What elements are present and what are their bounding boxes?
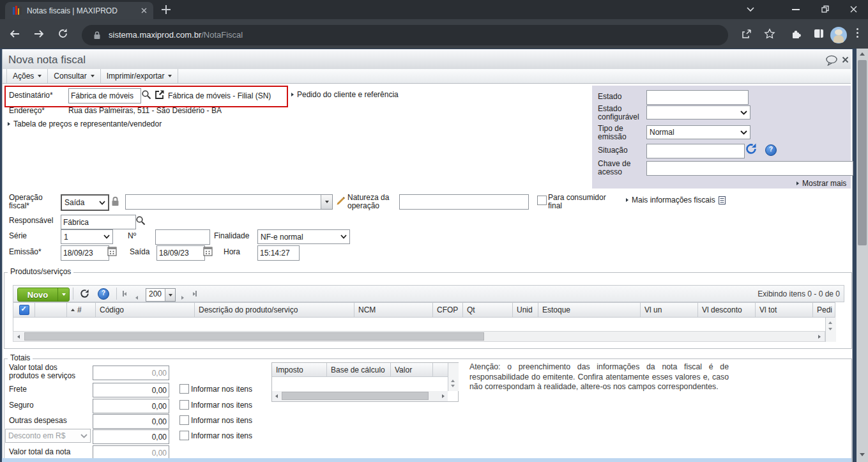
edit-pencil-icon[interactable] [336,196,346,206]
operacao-fiscal-combobox[interactable] [125,194,333,210]
scrollbar-thumb[interactable] [282,392,429,400]
seguro-input[interactable] [93,399,169,413]
imposto-vertical-scrollbar[interactable] [448,363,459,391]
tabela-precos-link[interactable]: Tabela de preços e representante/vendedo… [8,119,162,128]
seguro-informar-checkbox[interactable] [179,400,189,410]
column-unid[interactable]: Unid [513,303,538,317]
dialog-close-icon[interactable] [842,56,849,63]
outras-despesas-input[interactable] [93,414,169,429]
finalidade-select[interactable]: NF-e normal [257,229,350,244]
frete-input[interactable] [93,383,169,397]
share-icon[interactable] [741,29,752,39]
frete-informar-checkbox[interactable] [179,384,189,394]
calendar-icon[interactable] [107,246,117,256]
mostrar-mais-link[interactable]: Mostrar mais [796,179,846,188]
column-base-calculo[interactable]: Base de cálculo [327,363,391,376]
scrollbar-thumb[interactable] [24,332,484,341]
column-valor[interactable]: Valor [391,363,433,376]
novo-dropdown-button[interactable] [57,288,69,301]
select-all-column[interactable] [13,303,35,317]
pedido-cliente-link[interactable]: Pedido do cliente e referência [291,90,399,99]
imposto-horizontal-scrollbar[interactable] [272,391,448,401]
emissao-input[interactable] [61,245,109,261]
column-ncm[interactable]: NCM [354,303,433,317]
operacao-tipo-select[interactable]: Saída [61,194,109,211]
select-all-checkbox[interactable] [19,305,29,315]
column-descricao[interactable]: Descrição do produto/serviço [195,303,354,317]
window-restore-button[interactable] [820,4,830,14]
grid-horizontal-scrollbar[interactable] [13,331,825,342]
new-tab-button[interactable] [162,5,171,14]
column-codigo[interactable]: Código [96,303,195,317]
chave-acesso-input[interactable] [646,161,853,176]
column-pedido[interactable]: Pedi [813,303,835,317]
column-cfop[interactable]: CFOP [433,303,463,317]
menu-acoes[interactable]: Ações [6,69,48,83]
back-icon[interactable] [9,29,20,39]
window-close-button[interactable] [849,5,858,13]
page-first-button[interactable] [123,291,126,296]
mais-informacoes-link[interactable]: Mais informações fiscais [626,196,726,204]
tipo-emissao-select[interactable]: Normal [646,125,750,139]
scroll-right-button[interactable] [439,391,448,401]
column-vl-tot[interactable]: Vl tot [756,303,813,317]
column-vl-desconto[interactable]: Vl desconto [698,303,756,317]
saida-input[interactable] [156,245,205,261]
estado-configuravel-select[interactable] [646,105,750,119]
combo-dropdown-button[interactable] [165,289,175,301]
profile-avatar[interactable] [830,27,847,43]
help-icon[interactable] [98,288,109,300]
column-qt[interactable]: Qt [463,303,513,317]
refresh-grid-icon[interactable] [79,288,90,299]
extensions-puzzle-icon[interactable] [791,28,802,39]
menu-imprimir-exportar[interactable]: Imprimir/exportar [101,69,179,83]
refresh-situacao-icon[interactable] [745,142,758,155]
kebab-menu-icon[interactable] [856,28,858,40]
search-icon[interactable] [135,215,146,226]
calendar-icon[interactable] [203,246,213,256]
search-icon[interactable] [141,89,151,100]
column-vl-un[interactable]: Vl un [641,303,698,317]
combo-dropdown-button[interactable] [321,195,332,209]
column-imposto[interactable]: Imposto [272,363,327,376]
side-panel-icon[interactable] [814,29,824,38]
desconto-tipo-select[interactable]: Desconto em R$ [5,429,91,443]
bookmark-star-icon[interactable] [764,28,775,40]
responsavel-input[interactable] [61,215,136,229]
tab-close-icon[interactable] [141,7,148,14]
window-chevron-icon[interactable] [746,6,755,13]
hora-input[interactable] [257,245,300,261]
scrollbar-thumb[interactable] [858,60,867,245]
desconto-input[interactable] [93,429,169,444]
menu-consultar[interactable]: Consultar [48,69,100,83]
situacao-input[interactable] [646,144,745,158]
destinatario-input[interactable] [68,88,141,104]
open-external-icon[interactable] [155,89,165,100]
window-minimize-button[interactable] [792,9,800,10]
browser-scrollbar[interactable] [857,49,868,462]
forward-icon[interactable] [33,29,45,39]
outras-informar-checkbox[interactable] [179,415,189,425]
numero-input[interactable] [155,229,210,245]
scroll-left-button[interactable] [13,332,24,341]
serie-select[interactable]: 1 [61,229,113,244]
page-next-button[interactable] [181,291,184,302]
url-bar[interactable]: sistema.maxiprod.com.br/NotaFiscal [82,25,728,45]
destinatario-link[interactable]: Fábrica de móveis - Filial (SN) [168,91,271,100]
scroll-left-button[interactable] [272,391,281,401]
page-size-select[interactable]: 200 [146,288,176,302]
consumidor-final-checkbox[interactable] [537,196,547,205]
natureza-operacao-input[interactable] [399,194,529,210]
help-icon[interactable] [765,144,777,156]
column-estoque[interactable]: Estoque [538,303,641,317]
column-index[interactable]: # [67,303,96,317]
scroll-right-button[interactable] [814,332,825,341]
grid-vertical-scrollbar[interactable] [825,318,836,342]
comment-bubble-icon[interactable] [825,55,838,66]
estado-input[interactable] [646,90,749,105]
column-actions[interactable] [35,303,67,317]
browser-tab[interactable]: Notas fiscais | MAXIPROD [5,2,153,19]
page-last-button[interactable] [193,291,197,296]
page-prev-button[interactable] [135,291,138,302]
reload-icon[interactable] [57,28,68,39]
